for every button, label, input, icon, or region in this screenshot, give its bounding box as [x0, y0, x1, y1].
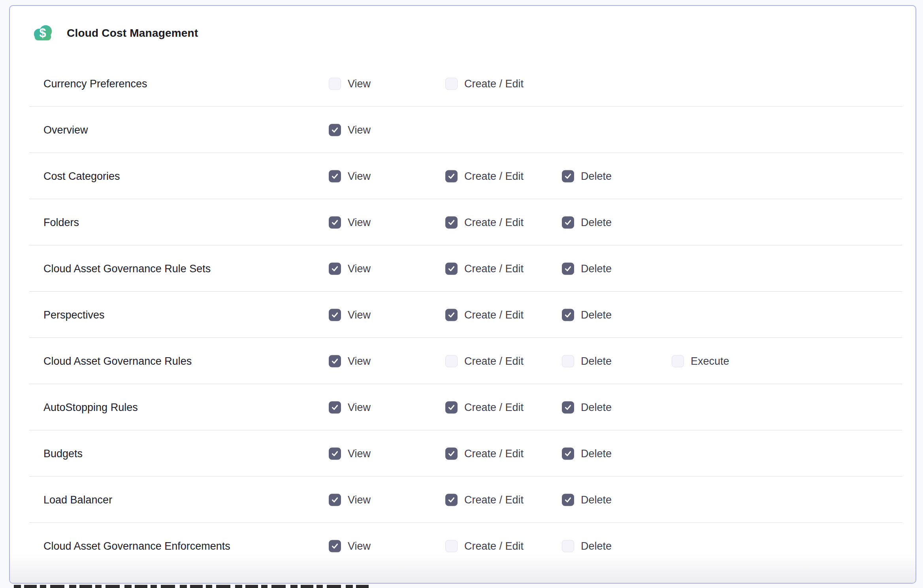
permission-checkbox-create-edit[interactable]: Create / Edit	[445, 494, 524, 506]
checkbox-label: Execute	[691, 355, 729, 367]
checkbox-label: Create / Edit	[464, 170, 524, 182]
permission-row: Folders View Create / Edit Delete	[10, 199, 915, 245]
checkmark-icon	[564, 403, 572, 411]
checkbox[interactable]	[445, 540, 458, 552]
checkbox[interactable]	[562, 216, 574, 228]
checkmark-icon	[331, 357, 339, 365]
permission-checkbox-view[interactable]: View	[329, 540, 371, 552]
permission-row: Cloud Asset Governance Enforcements View…	[10, 523, 915, 569]
permission-checkbox-delete[interactable]: Delete	[562, 309, 612, 321]
permission-checkbox-execute[interactable]: Execute	[672, 355, 729, 367]
permission-checkbox-view[interactable]: View	[329, 355, 371, 367]
permission-checkbox-view[interactable]: View	[329, 494, 371, 506]
permission-checkbox-delete[interactable]: Delete	[562, 170, 612, 182]
permission-row: Cost Categories View Create / Edit Delet…	[10, 153, 915, 199]
checkbox[interactable]	[445, 170, 458, 182]
permission-checkbox-create-edit[interactable]: Create / Edit	[445, 355, 524, 367]
resource-label: Cost Categories	[43, 170, 120, 182]
permission-row: AutoStopping Rules View Create / Edit De…	[10, 384, 915, 430]
checkbox[interactable]	[329, 216, 341, 228]
checkbox[interactable]	[562, 401, 574, 413]
checkbox[interactable]	[329, 401, 341, 413]
checkbox-label: Delete	[581, 309, 612, 321]
checkmark-icon	[331, 311, 339, 319]
checkbox-label: Delete	[581, 262, 612, 275]
permission-checkbox-delete[interactable]: Delete	[562, 355, 612, 367]
permission-checkbox-delete[interactable]: Delete	[562, 494, 612, 506]
permission-checkbox-create-edit[interactable]: Create / Edit	[445, 540, 524, 552]
checkbox[interactable]	[562, 309, 574, 321]
checkbox-label: Delete	[581, 494, 612, 506]
checkbox[interactable]	[329, 494, 341, 506]
checkbox-label: Create / Edit	[464, 494, 524, 506]
checkmark-icon	[447, 403, 456, 411]
permission-checkbox-create-edit[interactable]: Create / Edit	[445, 77, 524, 90]
checkbox[interactable]	[329, 262, 341, 275]
checkbox[interactable]	[562, 494, 574, 506]
checkbox-label: View	[348, 540, 371, 552]
checkbox[interactable]	[329, 540, 341, 552]
checkbox-label: Delete	[581, 216, 612, 228]
checkbox[interactable]	[445, 309, 458, 321]
permission-checkbox-delete[interactable]: Delete	[562, 401, 612, 413]
permission-checkbox-delete[interactable]: Delete	[562, 216, 612, 228]
checkbox-label: Delete	[581, 447, 612, 460]
permission-checkbox-view[interactable]: View	[329, 309, 371, 321]
checkmark-icon	[564, 496, 572, 504]
checkbox[interactable]	[329, 309, 341, 321]
checkbox[interactable]	[329, 124, 341, 136]
checkbox[interactable]	[672, 355, 684, 367]
checkbox-label: Create / Edit	[464, 309, 524, 321]
checkbox[interactable]	[562, 447, 574, 460]
resource-label: Cloud Asset Governance Rule Sets	[43, 262, 211, 275]
checkbox[interactable]	[329, 355, 341, 367]
permission-checkbox-delete[interactable]: Delete	[562, 540, 612, 552]
resource-label: Perspectives	[43, 309, 105, 321]
checkbox[interactable]	[445, 447, 458, 460]
checkmark-icon	[447, 172, 456, 180]
permission-checkbox-view[interactable]: View	[329, 170, 371, 182]
checkbox-label: View	[348, 309, 371, 321]
checkbox-label: View	[348, 124, 371, 136]
checkbox[interactable]	[562, 355, 574, 367]
permission-checkbox-view[interactable]: View	[329, 124, 371, 136]
permission-checkbox-delete[interactable]: Delete	[562, 447, 612, 460]
permission-checkbox-view[interactable]: View	[329, 77, 371, 90]
checkbox-label: Create / Edit	[464, 355, 524, 367]
checkbox[interactable]	[562, 170, 574, 182]
permission-checkbox-delete[interactable]: Delete	[562, 262, 612, 275]
checkbox-label: Create / Edit	[464, 262, 524, 275]
checkmark-icon	[564, 264, 572, 273]
checkbox[interactable]	[329, 447, 341, 460]
checkbox-label: View	[348, 216, 371, 228]
checkmark-icon	[331, 449, 339, 458]
checkbox-label: View	[348, 447, 371, 460]
permission-row: Perspectives View Create / Edit Delete	[10, 292, 915, 338]
checkbox[interactable]	[445, 77, 458, 90]
checkbox[interactable]	[445, 216, 458, 228]
checkbox[interactable]	[445, 494, 458, 506]
checkbox[interactable]	[562, 262, 574, 275]
checkbox[interactable]	[445, 262, 458, 275]
permission-checkbox-view[interactable]: View	[329, 447, 371, 460]
checkbox[interactable]	[562, 540, 574, 552]
checkmark-icon	[564, 449, 572, 458]
checkbox-label: Create / Edit	[464, 540, 524, 552]
resource-label: Folders	[43, 216, 79, 228]
checkmark-icon	[564, 172, 572, 180]
checkbox-label: View	[348, 77, 371, 90]
permission-checkbox-create-edit[interactable]: Create / Edit	[445, 262, 524, 275]
permission-checkbox-create-edit[interactable]: Create / Edit	[445, 447, 524, 460]
checkbox[interactable]	[329, 170, 341, 182]
checkbox[interactable]	[329, 77, 341, 90]
permission-checkbox-view[interactable]: View	[329, 401, 371, 413]
permission-checkbox-view[interactable]: View	[329, 216, 371, 228]
permission-checkbox-create-edit[interactable]: Create / Edit	[445, 309, 524, 321]
checkbox-label: Delete	[581, 170, 612, 182]
checkbox[interactable]	[445, 355, 458, 367]
permission-checkbox-create-edit[interactable]: Create / Edit	[445, 401, 524, 413]
checkbox[interactable]	[445, 401, 458, 413]
permission-checkbox-create-edit[interactable]: Create / Edit	[445, 216, 524, 228]
permission-checkbox-view[interactable]: View	[329, 262, 371, 275]
permission-checkbox-create-edit[interactable]: Create / Edit	[445, 170, 524, 182]
